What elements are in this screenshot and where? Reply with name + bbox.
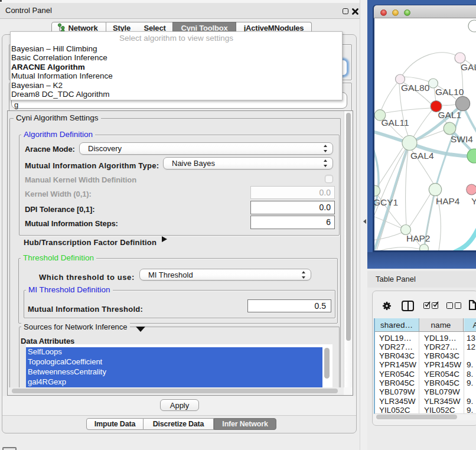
svg-text:SWI4: SWI4 <box>451 134 473 144</box>
svg-text:HAP4: HAP4 <box>436 196 460 206</box>
svg-text:Y: Y <box>471 196 476 206</box>
svg-text:GAL80: GAL80 <box>401 83 430 93</box>
svg-text:HAP2: HAP2 <box>406 233 431 243</box>
svg-text:GAL10: GAL10 <box>435 87 464 97</box>
svg-text:GAL11: GAL11 <box>382 118 409 128</box>
svg-text:GAL4: GAL4 <box>410 151 434 161</box>
svg-text:GCY1: GCY1 <box>374 197 398 207</box>
svg-text:GAL1: GAL1 <box>438 110 462 120</box>
svg-text:GAL: GAL <box>461 62 476 72</box>
